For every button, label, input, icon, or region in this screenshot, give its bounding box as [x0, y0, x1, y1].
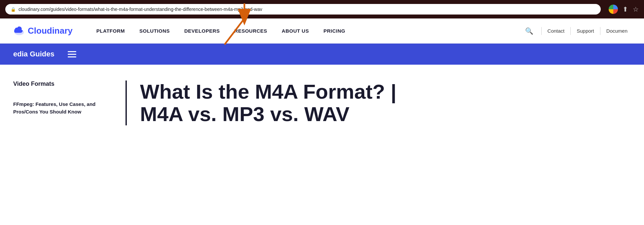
nav-item-pricing[interactable]: PRICING: [316, 18, 352, 44]
hamburger-line-2: [68, 54, 76, 55]
nav-divider-3: [600, 27, 600, 35]
url-text: cloudinary.com/guides/video-formats/what…: [18, 7, 595, 12]
navbar: Cloudinary PLATFORM SOLUTIONS DEVELOPERS…: [0, 18, 644, 44]
sidebar-item-ffmpeg[interactable]: FFmpeg: Features, Use Cases, and Pros/Co…: [13, 98, 112, 118]
logo-text: Cloudinary: [28, 26, 73, 36]
content-area: Video Formats FFmpeg: Features, Use Case…: [0, 65, 644, 139]
hamburger-line-3: [68, 56, 76, 57]
sidebar-section-title: Video Formats: [13, 80, 112, 91]
lock-icon: 🔒: [11, 7, 16, 12]
share-icon[interactable]: ⬆: [623, 5, 628, 13]
sub-banner: edia Guides: [0, 44, 644, 65]
nav-support-link[interactable]: Support: [573, 28, 597, 34]
nav-contact-link[interactable]: Contact: [544, 28, 568, 34]
nav-divider-1: [541, 27, 542, 35]
sidebar: Video Formats FFmpeg: Features, Use Case…: [13, 80, 125, 125]
nav-item-resources[interactable]: RESOURCES: [227, 18, 275, 44]
article-title: What Is the M4A Format? | M4A vs. MP3 vs…: [140, 80, 437, 125]
nav-item-developers[interactable]: DEVELOPERS: [177, 18, 227, 44]
article-title-line2: M4A vs. MP3 vs. WAV: [140, 103, 349, 125]
logo[interactable]: Cloudinary: [13, 25, 73, 37]
hamburger-menu[interactable]: [68, 51, 76, 57]
article-title-line1: What Is the M4A Format? |: [140, 80, 396, 103]
nav-right: 🔍 Contact Support Documen: [525, 27, 631, 35]
bookmark-icon[interactable]: ☆: [633, 5, 639, 13]
address-bar[interactable]: 🔒 cloudinary.com/guides/video-formats/wh…: [5, 4, 601, 15]
nav-item-about-us[interactable]: ABOUT US: [274, 18, 316, 44]
browser-actions: ⬆ ☆: [609, 5, 639, 14]
nav-docs-link[interactable]: Documen: [603, 28, 631, 34]
browser-chrome: 🔒 cloudinary.com/guides/video-formats/wh…: [0, 0, 644, 18]
nav-item-platform[interactable]: PLATFORM: [89, 18, 132, 44]
nav-links: PLATFORM SOLUTIONS DEVELOPERS RESOURCES …: [89, 18, 525, 44]
logo-icon: [13, 25, 25, 37]
google-icon[interactable]: [609, 5, 618, 14]
browser-wrapper: 🔒 cloudinary.com/guides/video-formats/wh…: [0, 0, 644, 139]
nav-item-solutions[interactable]: SOLUTIONS: [132, 18, 177, 44]
nav-divider-2: [570, 27, 571, 35]
search-icon[interactable]: 🔍: [525, 27, 533, 35]
sub-banner-title: edia Guides: [13, 50, 54, 58]
article-content: What Is the M4A Format? | M4A vs. MP3 vs…: [125, 80, 631, 125]
hamburger-line-1: [68, 51, 76, 52]
